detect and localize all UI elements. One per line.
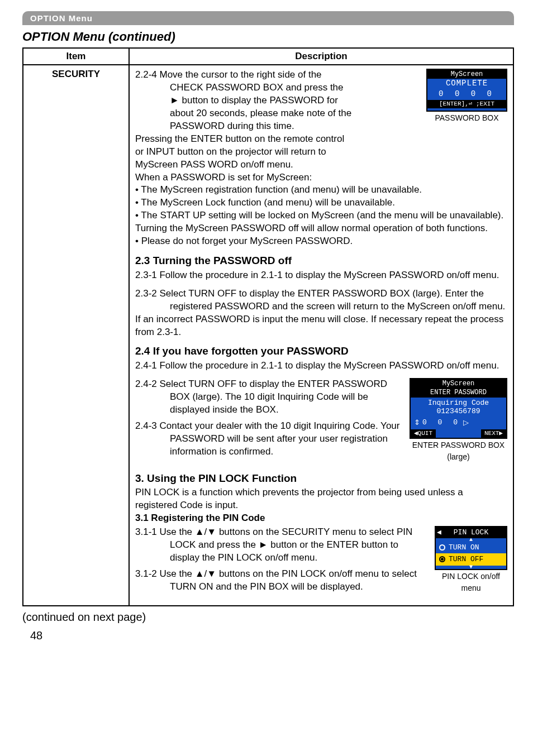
epbox-caption2: (large) <box>410 452 507 462</box>
option-table: Item Description SECURITY MyScreen COMPL… <box>22 47 514 606</box>
heading-3: 3. Using the PIN LOCK Function <box>135 471 507 486</box>
epbox-inq: Inquiring Code <box>414 399 503 408</box>
plbox-on-label: TURN ON <box>449 543 479 553</box>
page-number: 48 <box>30 629 511 642</box>
step-224-p2: or INPUT button on the projector will re… <box>135 146 507 159</box>
plbox-caption2: menu <box>435 583 507 594</box>
pin-lock-figure: ◀ PIN LOCK ▲ TURN ON TURN OFF ▼ <box>435 526 507 593</box>
pwbox-digits: 0 0 0 0 <box>427 88 506 100</box>
pin-lock-box: ◀ PIN LOCK ▲ TURN ON TURN OFF ▼ <box>435 526 507 570</box>
radio-off-icon <box>439 544 445 551</box>
down-arrow-icon: ▼ <box>436 566 506 569</box>
heading-24: 2.4 If you have forgotten your PASSWORD <box>135 344 507 358</box>
heading-23: 2.3 Turning the PASSWORD off <box>135 253 507 268</box>
epbox-code: 0123456789 <box>414 407 503 416</box>
updown-icon: ⇕ <box>414 418 420 427</box>
left-triangle-icon: ◀ <box>437 528 441 538</box>
col-item-header: Item <box>23 48 129 65</box>
item-security: SECURITY <box>23 65 129 606</box>
epbox-slot: 0 0 0 <box>422 418 461 427</box>
description-cell: MyScreen COMPLETE 0 0 0 0 [ENTER],⏎ ;EXI… <box>129 65 513 606</box>
plbox-header: ◀ PIN LOCK <box>436 527 506 538</box>
step-231: 2.3-1 Follow the procedure in 2.1-1 to d… <box>135 269 507 282</box>
step-224-when: When a PASSWORD is set for MyScreen: <box>135 171 507 184</box>
plbox-off-label: TURN OFF <box>449 554 483 564</box>
heading-31: 3.1 Registering the PIN Code <box>135 512 507 525</box>
step-241: 2.4-1 Follow the procedure in 2.1-1 to d… <box>135 360 507 372</box>
step-224-b3: • The START UP setting will be locked on… <box>135 209 507 222</box>
radio-on-icon <box>439 556 445 562</box>
step-224-t1: Turning the MyScreen PASSWORD off will a… <box>135 222 507 235</box>
step-224-b2: • The MyScreen Lock function (and menu) … <box>135 197 507 209</box>
pwbox-caption: PASSWORD BOX <box>426 113 507 123</box>
epbox-quit: ◀QUIT <box>411 429 436 438</box>
plbox-title: PIN LOCK <box>454 528 488 537</box>
epbox-next: NEXT▶ <box>481 429 506 438</box>
pwbox-header: MyScreen <box>427 70 506 79</box>
step-224-b1: • The MyScreen registration function (an… <box>135 184 507 197</box>
pwbox-complete: COMPLETE <box>427 79 506 88</box>
sec3-intro: PIN LOCK is a function which prevents th… <box>135 486 507 512</box>
enter-password-box: MyScreen ENTER PASSWORD Inquiring Code 0… <box>410 378 507 439</box>
epbox-caption1: ENTER PASSWORD BOX <box>410 440 507 451</box>
epbox-hdr1: MyScreen <box>411 379 506 388</box>
continued-note: (continued on next page) <box>22 611 511 624</box>
col-desc-header: Description <box>129 48 513 65</box>
step-224-t2: • Please do not forget your MyScreen PAS… <box>135 235 507 248</box>
plbox-caption1: PIN LOCK on/off <box>435 571 507 582</box>
menu-tab: OPTION Menu <box>22 11 514 25</box>
step-224-p3: MyScreen PASS WORD on/off menu. <box>135 159 507 171</box>
plbox-turn-on: TURN ON <box>436 542 506 554</box>
step-232a: 2.3-2 Select TURN OFF to display the ENT… <box>135 288 507 313</box>
password-box-figure: MyScreen COMPLETE 0 0 0 0 [ENTER],⏎ ;EXI… <box>426 69 507 123</box>
epbox-hdr2: ENTER PASSWORD <box>411 388 506 397</box>
right-arrow-icon: ▷ <box>463 418 469 427</box>
step-232b: If an incorrect PASSWORD is input the me… <box>135 313 507 339</box>
enter-password-figure: MyScreen ENTER PASSWORD Inquiring Code 0… <box>410 378 507 462</box>
pwbox-exit: [ENTER],⏎ ;EXIT <box>427 100 506 108</box>
password-box: MyScreen COMPLETE 0 0 0 0 [ENTER],⏎ ;EXI… <box>426 69 507 112</box>
page-title: OPTION Menu (continued) <box>22 30 511 44</box>
step-224-p1: Pressing the ENTER button on the remote … <box>135 133 507 146</box>
